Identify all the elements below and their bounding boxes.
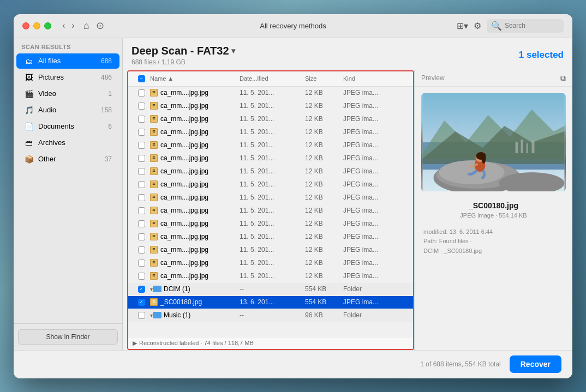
- file-kind: JPEG ima...: [343, 141, 409, 149]
- row-checkbox[interactable]: [138, 194, 145, 201]
- file-date: --: [240, 311, 305, 319]
- row-checkbox[interactable]: [138, 168, 145, 175]
- row-checkbox[interactable]: [138, 155, 145, 162]
- filter-button[interactable]: ⚙: [474, 21, 481, 31]
- row-checkbox[interactable]: [138, 181, 145, 188]
- sidebar-item-documents[interactable]: 📄 Documents 6: [16, 119, 119, 134]
- table-row[interactable]: ≡ca_mm....jpg.jpg11. 5. 201...12 KBJPEG …: [128, 100, 413, 113]
- row-checkbox-cell: [133, 89, 150, 97]
- row-checkbox[interactable]: [138, 207, 145, 214]
- file-icon: ≡: [150, 220, 158, 227]
- pictures-icon: 🖼: [24, 73, 34, 82]
- show-in-finder-button[interactable]: Show in Finder: [18, 329, 118, 345]
- file-name-text: Music (1): [164, 311, 190, 319]
- row-checkbox[interactable]: [138, 286, 145, 293]
- scan-title-dropdown-icon[interactable]: ▾: [231, 46, 235, 55]
- table-row[interactable]: ≡ca_mm....jpg.jpg11. 5. 201...12 KBJPEG …: [128, 126, 413, 139]
- minimize-button[interactable]: [33, 22, 40, 29]
- table-row[interactable]: ▾ DCIM (1)--554 KBFolder: [128, 283, 413, 296]
- row-checkbox[interactable]: [138, 273, 145, 280]
- folder-icon: [153, 286, 162, 292]
- view-button[interactable]: ⊞▾: [457, 21, 468, 31]
- file-date: 11. 5. 201...: [240, 154, 305, 162]
- other-icon: 📦: [24, 154, 34, 164]
- row-checkbox[interactable]: [138, 102, 145, 110]
- table-row[interactable]: ≡ca_mm....jpg.jpg11. 5. 201...12 KBJPEG …: [128, 113, 413, 126]
- svg-rect-8: [516, 142, 518, 153]
- file-kind: JPEG ima...: [343, 259, 409, 267]
- row-checkbox-cell: [133, 129, 150, 136]
- table-row[interactable]: ▾ Music (1)--96 KBFolder: [128, 309, 413, 322]
- file-name-cell: ≡ca_mm....jpg.jpg: [150, 102, 240, 110]
- sidebar-item-video[interactable]: 🎬 Video 1: [16, 86, 119, 101]
- row-checkbox-cell: [133, 207, 150, 214]
- sidebar: Scan results 🗂 All files 688 🖼 Pictures …: [14, 38, 123, 350]
- row-checkbox[interactable]: [138, 89, 145, 97]
- row-checkbox[interactable]: [138, 260, 145, 267]
- table-row[interactable]: ≡ca_mm....jpg.jpg11. 5. 201...12 KBJPEG …: [128, 152, 413, 165]
- file-name-text: ca_mm....jpg.jpg: [160, 259, 208, 267]
- column-name-header[interactable]: Name ▲: [150, 75, 240, 82]
- file-size: 12 KB: [305, 128, 343, 136]
- file-icon: ≡: [150, 180, 158, 188]
- file-kind: JPEG ima...: [343, 272, 409, 280]
- row-checkbox[interactable]: [138, 312, 145, 319]
- recover-button[interactable]: Recover: [510, 355, 561, 373]
- file-date: 11. 5. 201...: [240, 220, 305, 227]
- select-all-checkbox[interactable]: [138, 75, 145, 82]
- sidebar-item-archives[interactable]: 🗃 Archives: [16, 135, 119, 150]
- row-checkbox[interactable]: [138, 246, 145, 254]
- file-icon: ≡: [150, 102, 158, 110]
- table-row[interactable]: ≡ca_mm....jpg.jpg11. 5. 201...12 KBJPEG …: [128, 231, 413, 244]
- name-column-label: Name: [150, 75, 166, 82]
- sidebar-item-other[interactable]: 📦 Other 37: [16, 152, 119, 167]
- file-name-text: ca_mm....jpg.jpg: [160, 102, 208, 110]
- sidebar-item-all-files[interactable]: 🗂 All files 688: [16, 53, 119, 69]
- close-button[interactable]: [22, 22, 29, 29]
- file-name-cell: ≡ca_mm....jpg.jpg: [150, 272, 240, 280]
- back-button[interactable]: ‹: [60, 20, 67, 32]
- history-button[interactable]: ⊙: [96, 20, 104, 32]
- home-button[interactable]: ⌂: [83, 20, 89, 32]
- row-checkbox[interactable]: [138, 299, 145, 306]
- file-name-cell: ≡ca_mm....jpg.jpg: [150, 154, 240, 162]
- preview-label: Preview: [421, 74, 445, 82]
- file-icon: ≡: [150, 233, 158, 240]
- titlebar-controls: ⊞▾ ⚙ 🔍: [457, 19, 564, 33]
- row-checkbox[interactable]: [138, 233, 145, 240]
- file-kind: JPEG ima...: [343, 115, 409, 123]
- table-row[interactable]: ≡ca_mm....jpg.jpg11. 5. 201...12 KBJPEG …: [128, 270, 413, 283]
- table-row[interactable]: ≡ca_mm....jpg.jpg11. 5. 201...12 KBJPEG …: [128, 87, 413, 100]
- preview-meta: JPEG image · 554.14 KB: [415, 211, 572, 223]
- forward-button[interactable]: ›: [69, 20, 76, 32]
- table-row[interactable]: ≡ca_mm....jpg.jpg11. 5. 201...12 KBJPEG …: [128, 191, 413, 204]
- file-kind: JPEG ima...: [343, 220, 409, 227]
- bottom-info: 1 of 688 items, 554 KB total: [420, 360, 500, 368]
- file-icon: ≡: [150, 207, 158, 214]
- file-size: 12 KB: [305, 207, 343, 214]
- expand-arrow-icon[interactable]: ▶: [133, 340, 137, 347]
- row-checkbox[interactable]: [138, 129, 145, 136]
- file-name-cell: ≡ca_mm....jpg.jpg: [150, 246, 240, 254]
- preview-copy-button[interactable]: ⧉: [560, 74, 566, 83]
- sidebar-item-audio[interactable]: 🎵 Audio 158: [16, 102, 119, 118]
- table-row[interactable]: ≡ca_mm....jpg.jpg11. 5. 201...12 KBJPEG …: [128, 244, 413, 257]
- table-row[interactable]: ≡ca_mm....jpg.jpg11. 5. 201...12 KBJPEG …: [128, 218, 413, 231]
- row-checkbox[interactable]: [138, 220, 145, 227]
- row-checkbox-cell: [133, 194, 150, 201]
- traffic-lights: [22, 22, 51, 29]
- sidebar-item-pictures[interactable]: 🖼 Pictures 486: [16, 70, 119, 85]
- row-checkbox[interactable]: [138, 116, 145, 123]
- file-size: 96 KB: [305, 311, 343, 319]
- table-row[interactable]: ≡ca_mm....jpg.jpg11. 5. 201...12 KBJPEG …: [128, 204, 413, 218]
- sidebar-section-label: Scan results: [14, 38, 122, 53]
- row-checkbox[interactable]: [138, 142, 145, 149]
- sidebar-footer: Show in Finder: [14, 323, 122, 350]
- table-row[interactable]: ≡ca_mm....jpg.jpg11. 5. 201...12 KBJPEG …: [128, 257, 413, 270]
- table-row[interactable]: ≡ca_mm....jpg.jpg11. 5. 201...12 KBJPEG …: [128, 139, 413, 152]
- table-row[interactable]: ≡ca_mm....jpg.jpg11. 5. 201...12 KBJPEG …: [128, 165, 413, 178]
- search-input[interactable]: [505, 22, 559, 29]
- table-row[interactable]: ≡ca_mm....jpg.jpg11. 5. 201...12 KBJPEG …: [128, 178, 413, 191]
- table-row[interactable]: ≡_SC00180.jpg13. 6. 201...554 KBJPEG ima…: [128, 296, 413, 309]
- maximize-button[interactable]: [44, 22, 51, 29]
